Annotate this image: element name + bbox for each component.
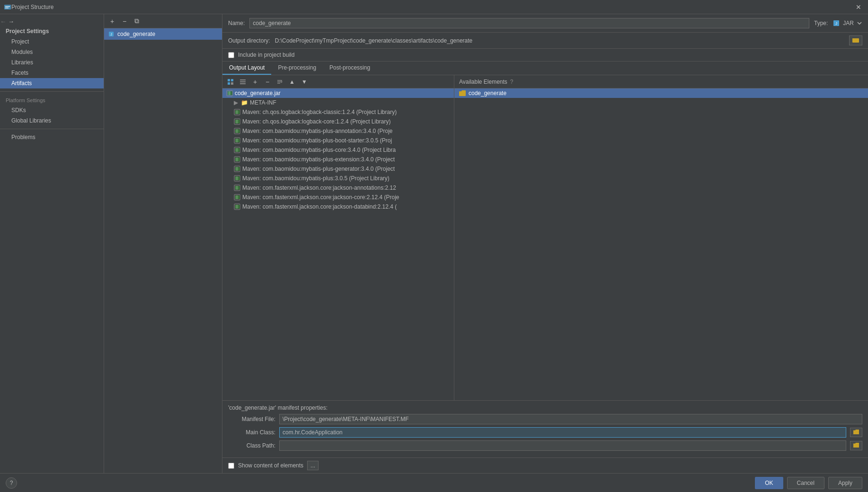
manifest-file-row: Manifest File: [228, 414, 862, 424]
add-artifact-button[interactable]: + [107, 16, 117, 26]
sidebar-item-project[interactable]: Project [0, 36, 104, 47]
browse-main-class-button[interactable] [850, 428, 862, 437]
sidebar-item-libraries[interactable]: Libraries [0, 57, 104, 68]
svg-rect-0 [4, 5, 11, 9]
name-input[interactable] [249, 18, 809, 28]
svg-text:J: J [835, 21, 837, 26]
svg-text:J: J [110, 33, 112, 36]
tree-item-dep-2[interactable]: Maven: com.baomidou:mybatis-plus-annotat… [222, 126, 454, 136]
sidebar-divider-2 [0, 129, 104, 129]
svg-rect-47 [238, 148, 239, 152]
tab-output-layout[interactable]: Output Layout [222, 62, 271, 75]
sidebar-item-modules[interactable]: Modules [0, 47, 104, 57]
apply-button[interactable]: Apply [828, 477, 862, 489]
svg-rect-65 [235, 186, 236, 190]
svg-rect-14 [240, 81, 246, 82]
show-content-more-button[interactable]: ... [307, 461, 319, 470]
svg-rect-53 [239, 158, 240, 161]
svg-rect-57 [238, 167, 239, 171]
sidebar-item-problems[interactable]: Problems [0, 132, 104, 142]
tree-item-dep-9[interactable]: Maven: com.fasterxml.jackson.core:jackso… [222, 193, 454, 202]
tree-item-dep-10[interactable]: Maven: com.fasterxml.jackson.core:jackso… [222, 202, 454, 211]
sidebar-item-artifacts[interactable]: Artifacts [0, 78, 104, 88]
tree-item-dep-5[interactable]: Maven: com.baomidou:mybatis-plus-extensi… [222, 155, 454, 164]
available-item-label: code_generate [469, 90, 506, 97]
cancel-button[interactable]: Cancel [787, 477, 824, 489]
jar-type-icon: J [833, 19, 840, 27]
artifact-list: J code_generate [104, 28, 222, 473]
svg-rect-72 [238, 195, 239, 199]
svg-rect-30 [235, 120, 236, 123]
tree-item-dep-1[interactable]: Maven: ch.qos.logback:logback-core:1.2.4… [222, 117, 454, 126]
tree-item-jar[interactable]: code_generate.jar [222, 88, 454, 98]
svg-rect-56 [237, 167, 238, 171]
tree-item-dep-6[interactable]: Maven: com.baomidou:mybatis-plus-generat… [222, 164, 454, 174]
move-down-button[interactable]: ▼ [299, 77, 310, 87]
svg-rect-22 [230, 91, 231, 95]
svg-rect-55 [235, 167, 236, 171]
svg-rect-12 [231, 82, 233, 85]
tree-item-dep-7[interactable]: Maven: com.baomidou:mybatis-plus:3.0.5 (… [222, 174, 454, 183]
file-tree-area: 点击，出现Create Manifest → [222, 88, 454, 400]
ok-button[interactable]: OK [755, 477, 783, 489]
svg-rect-23 [231, 91, 232, 95]
tree-toolbar-btn-2[interactable] [238, 77, 248, 87]
dep-label-9: Maven: com.fasterxml.jackson.core:jackso… [242, 194, 399, 201]
tab-post-processing[interactable]: Post-processing [323, 62, 377, 75]
tree-item-dep-3[interactable]: Maven: com.baomidou:mybatis-plus-boot-st… [222, 136, 454, 145]
dep-label-8: Maven: com.fasterxml.jackson.core:jackso… [242, 184, 396, 191]
dep-label-3: Maven: com.baomidou:mybatis-plus-boot-st… [242, 137, 392, 144]
browse-icon [853, 430, 859, 434]
available-elements-panel: Available Elements ? code_generate [454, 75, 868, 400]
close-button[interactable]: ✕ [853, 2, 864, 12]
svg-rect-42 [238, 139, 239, 142]
dep-label-2: Maven: com.baomidou:mybatis-plus-annotat… [242, 128, 393, 134]
add-element-button[interactable]: + [250, 77, 260, 87]
main-content: ← → Project Settings Project Modules Lib… [0, 14, 868, 473]
tree-item-meta-inf[interactable]: ▶ 📁 META-INF [222, 98, 454, 107]
back-arrow[interactable]: ← [0, 18, 6, 25]
remove-artifact-button[interactable]: − [119, 16, 130, 26]
tree-toolbar-btn-1[interactable] [225, 77, 236, 87]
sidebar-item-sdks[interactable]: SDKs [0, 105, 104, 115]
forward-arrow[interactable]: → [8, 18, 14, 25]
svg-rect-73 [239, 195, 240, 199]
class-path-input[interactable] [279, 440, 846, 451]
expand-icon: ▶ [234, 99, 238, 106]
remove-element-button[interactable]: − [262, 77, 273, 87]
svg-rect-58 [239, 167, 240, 171]
output-dir-label: Output directory: [228, 37, 270, 44]
svg-rect-60 [235, 176, 236, 180]
browse-output-dir-button[interactable] [849, 35, 862, 45]
move-up-button[interactable]: ▲ [287, 77, 297, 87]
sidebar-item-facets[interactable]: Facets [0, 68, 104, 78]
main-class-annotation-wrapper: 选择主类 → Main Class: [228, 427, 862, 438]
svg-rect-27 [238, 110, 239, 114]
tab-pre-processing[interactable]: Pre-processing [271, 62, 323, 75]
library-icon-4 [234, 147, 240, 153]
include-in-build-checkbox[interactable] [228, 52, 234, 58]
available-elements-header: Available Elements ? [454, 75, 868, 88]
sort-button[interactable] [275, 77, 285, 87]
help-button[interactable]: ? [6, 477, 17, 489]
browse-class-path-button[interactable] [850, 441, 862, 450]
main-class-input[interactable] [279, 427, 846, 438]
library-icon-10 [234, 203, 240, 210]
dep-label-5: Maven: com.baomidou:mybatis-plus-extensi… [242, 156, 395, 163]
artifact-entry-code-generate[interactable]: J code_generate [104, 28, 222, 40]
name-type-row: Name: Type: J JAR [222, 14, 868, 33]
available-item-code-generate[interactable]: code_generate [454, 88, 868, 98]
output-dir-row: Output directory: D:\CodeProject\myTmpPr… [222, 33, 868, 49]
sidebar-item-global-libraries[interactable]: Global Libraries [0, 115, 104, 126]
library-icon-2 [234, 128, 240, 134]
svg-rect-31 [237, 120, 238, 123]
tree-item-dep-4[interactable]: Maven: com.baomidou:mybatis-plus-core:3.… [222, 145, 454, 155]
tree-item-dep-8[interactable]: Maven: com.fasterxml.jackson.core:jackso… [222, 183, 454, 193]
tree-item-dep-0[interactable]: Maven: ch.qos.logback:logback-classic:1.… [222, 107, 454, 117]
svg-rect-38 [239, 129, 240, 133]
show-content-checkbox[interactable] [228, 463, 234, 469]
manifest-file-input[interactable] [279, 414, 862, 424]
nav-arrows: ← → [0, 18, 100, 25]
copy-artifact-button[interactable]: ⧉ [132, 16, 142, 26]
main-class-row: Main Class: [228, 427, 862, 438]
